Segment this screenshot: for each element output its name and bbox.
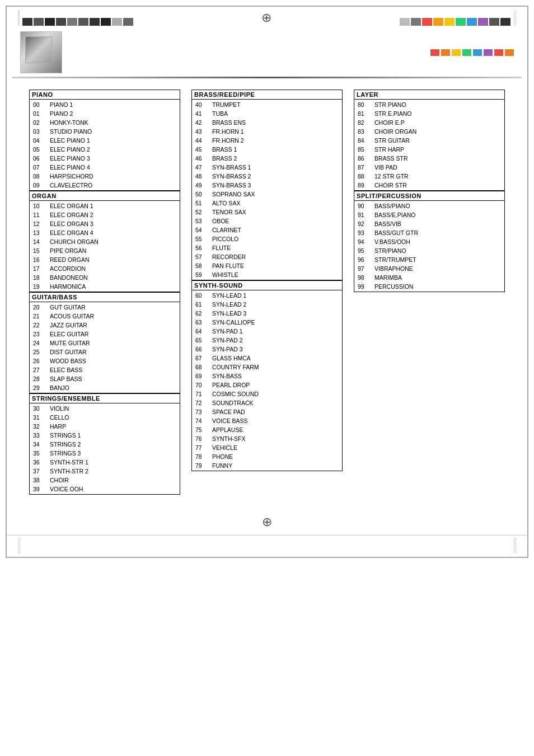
- table-row: 31CELLO: [31, 414, 179, 421]
- guitar-table: 20GUT GUITAR21ACOUS GUITAR22JAZZ GUITAR2…: [29, 302, 180, 393]
- instrument-name: COSMIC SOUND: [210, 390, 341, 398]
- instrument-number: 49: [193, 181, 209, 189]
- instrument-number: 34: [31, 440, 46, 448]
- instrument-number: 44: [193, 137, 209, 144]
- bottom-compass: ⊕: [7, 506, 527, 535]
- instrument-number: 69: [193, 372, 209, 380]
- instrument-number: 52: [193, 208, 209, 216]
- instrument-number: 98: [355, 274, 371, 281]
- instrument-number: 22: [31, 321, 46, 329]
- instrument-name: V.BASS/OOH: [372, 238, 503, 246]
- table-row: 69SYN-BASS: [193, 372, 341, 380]
- table-row: 49SYN-BRASS 3: [193, 181, 341, 189]
- instrument-number: 14: [31, 238, 46, 246]
- instrument-name: VIBRAPHONE: [372, 265, 503, 273]
- instrument-name: BRASS ENS: [210, 119, 341, 126]
- instrument-name: HARMONICA: [48, 283, 179, 290]
- instrument-name: BRASS 2: [210, 154, 341, 162]
- instrument-name: SYNTH-STR 1: [48, 458, 179, 466]
- instrument-name: BRASS STR: [372, 154, 503, 162]
- instrument-number: 25: [31, 348, 46, 356]
- instrument-name: FUNNY: [210, 462, 341, 469]
- layer-table: 80STR PIANO81STR E.PIANO82CHOIR E.P83CHO…: [354, 100, 505, 191]
- instrument-name: ELEC PIANO 4: [48, 163, 179, 171]
- instrument-name: SYN-LEAD 2: [210, 300, 341, 308]
- instrument-number: 85: [355, 145, 371, 153]
- instrument-name: BASS/PIANO: [372, 202, 503, 210]
- instrument-number: 35: [31, 449, 46, 457]
- table-row: 82CHOIR E.P: [355, 119, 503, 126]
- instrument-name: FR.HORN 1: [210, 128, 341, 135]
- table-row: 51ALTO SAX: [193, 199, 341, 207]
- table-row: 56FLUTE: [193, 244, 341, 252]
- table-row: 13ELEC ORGAN 4: [31, 229, 179, 237]
- instrument-number: 86: [355, 154, 371, 162]
- instrument-name: SYNTH-STR 2: [48, 467, 179, 475]
- instrument-name: PIANO 1: [48, 101, 179, 109]
- table-row: 63SYN-CALLIOPE: [193, 318, 341, 326]
- instrument-name: VOICE BASS: [210, 417, 341, 425]
- header-area: [7, 26, 527, 77]
- table-row: 00PIANO 1: [31, 101, 179, 109]
- instrument-name: STR PIANO: [372, 101, 503, 109]
- instrument-number: 89: [355, 181, 371, 189]
- brass-header: BRASS/REED/PIPE: [191, 90, 343, 100]
- page-wrapper: ⊕: [6, 6, 528, 558]
- instrument-number: 76: [193, 435, 209, 443]
- instrument-number: 71: [193, 390, 209, 398]
- instrument-name: ELEC PIANO 3: [48, 154, 179, 162]
- instrument-name: VIB PAD: [372, 163, 503, 171]
- table-row: 85STR HARP: [355, 145, 503, 153]
- table-row: 77VEHICLE: [193, 444, 341, 452]
- piano-table: 00PIANO 101PIANO 202HONKY-TONK03STUDIO P…: [29, 100, 180, 191]
- organ-section: ORGAN 10ELEC ORGAN 111ELEC ORGAN 212ELEC…: [29, 191, 180, 292]
- left-keyboard-deco: [18, 10, 133, 26]
- table-row: 42BRASS ENS: [193, 119, 341, 126]
- instrument-number: 46: [193, 154, 209, 162]
- table-row: 66SYN-PAD 3: [193, 345, 341, 353]
- instrument-name: COUNTRY FARM: [210, 363, 341, 371]
- instrument-number: 38: [31, 476, 46, 484]
- table-row: 58PAN FLUTE: [193, 262, 341, 270]
- instrument-name: SYN-PAD 2: [210, 336, 341, 344]
- instrument-name: BASS/E.PIANO: [372, 211, 503, 219]
- logo-inner: [25, 36, 52, 63]
- table-row: 70PEARL DROP: [193, 381, 341, 389]
- instrument-number: 79: [193, 462, 209, 469]
- table-row: 27ELEC BASS: [31, 366, 179, 374]
- instrument-number: 92: [355, 220, 371, 228]
- instrument-number: 11: [31, 211, 46, 219]
- table-row: 16REED ORGAN: [31, 256, 179, 264]
- piano-header: PIANO: [29, 90, 180, 100]
- piano-section: PIANO 00PIANO 101PIANO 202HONKY-TONK03ST…: [29, 90, 180, 191]
- table-row: 43FR.HORN 1: [193, 128, 341, 135]
- instrument-name: SYN-BASS: [210, 372, 341, 380]
- split-section: SPLIT/PERCUSSION 90BASS/PIANO91BASS/E.PI…: [354, 191, 505, 292]
- table-row: 22JAZZ GUITAR: [31, 321, 179, 329]
- table-row: 54CLARINET: [193, 226, 341, 234]
- instrument-name: SLAP BASS: [48, 375, 179, 383]
- instrument-number: 93: [355, 229, 371, 237]
- table-row: 17ACCORDION: [31, 265, 179, 273]
- instrument-number: 53: [193, 217, 209, 225]
- table-row: 12ELEC ORGAN 3: [31, 220, 179, 228]
- instrument-name: ELEC ORGAN 1: [48, 202, 179, 210]
- instrument-name: SYN-PAD 3: [210, 345, 341, 353]
- instrument-name: PIPE ORGAN: [48, 247, 179, 255]
- instrument-number: 19: [31, 283, 46, 290]
- instrument-number: 70: [193, 381, 209, 389]
- table-row: 68COUNTRY FARM: [193, 363, 341, 371]
- instrument-name: SYN-PAD 1: [210, 327, 341, 335]
- table-row: 94V.BASS/OOH: [355, 238, 503, 246]
- instrument-number: 32: [31, 422, 46, 430]
- instrument-number: 59: [193, 271, 209, 279]
- organ-header: ORGAN: [29, 191, 180, 201]
- table-row: 28SLAP BASS: [31, 375, 179, 383]
- instrument-name: SYN-BRASS 1: [210, 163, 341, 171]
- instrument-name: VEHICLE: [210, 444, 341, 452]
- layer-section: LAYER 80STR PIANO81STR E.PIANO82CHOIR E.…: [354, 90, 505, 191]
- table-row: 46BRASS 2: [193, 154, 341, 162]
- instrument-name: STR HARP: [372, 145, 503, 153]
- instrument-number: 62: [193, 309, 209, 317]
- instrument-name: REED ORGAN: [48, 256, 179, 264]
